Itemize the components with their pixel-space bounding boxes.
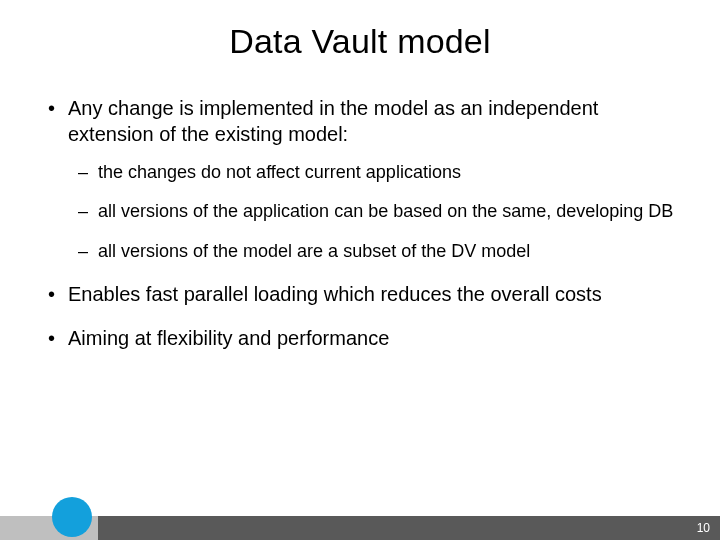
footer-dark-strip bbox=[0, 516, 720, 540]
bullet-item: Any change is implemented in the model a… bbox=[68, 95, 680, 263]
sub-bullet-text: all versions of the model are a subset o… bbox=[98, 241, 530, 261]
bullet-item: Enables fast parallel loading which redu… bbox=[68, 281, 680, 307]
bullet-list: Any change is implemented in the model a… bbox=[40, 95, 680, 351]
accent-circle-icon bbox=[52, 497, 92, 537]
footer-bar: 10 bbox=[0, 510, 720, 540]
bullet-item: Aiming at flexibility and performance bbox=[68, 325, 680, 351]
sub-bullet-list: the changes do not affect current applic… bbox=[68, 161, 680, 263]
sub-bullet-text: the changes do not affect current applic… bbox=[98, 162, 461, 182]
slide: Data Vault model Any change is implement… bbox=[0, 0, 720, 540]
bullet-text: Any change is implemented in the model a… bbox=[68, 97, 598, 145]
slide-content: Any change is implemented in the model a… bbox=[30, 95, 690, 351]
bullet-text: Aiming at flexibility and performance bbox=[68, 327, 389, 349]
sub-bullet-item: the changes do not affect current applic… bbox=[98, 161, 680, 184]
sub-bullet-item: all versions of the application can be b… bbox=[98, 200, 680, 223]
slide-title: Data Vault model bbox=[30, 22, 690, 61]
sub-bullet-text: all versions of the application can be b… bbox=[98, 201, 673, 221]
bullet-text: Enables fast parallel loading which redu… bbox=[68, 283, 602, 305]
page-number: 10 bbox=[697, 521, 710, 535]
sub-bullet-item: all versions of the model are a subset o… bbox=[98, 240, 680, 263]
